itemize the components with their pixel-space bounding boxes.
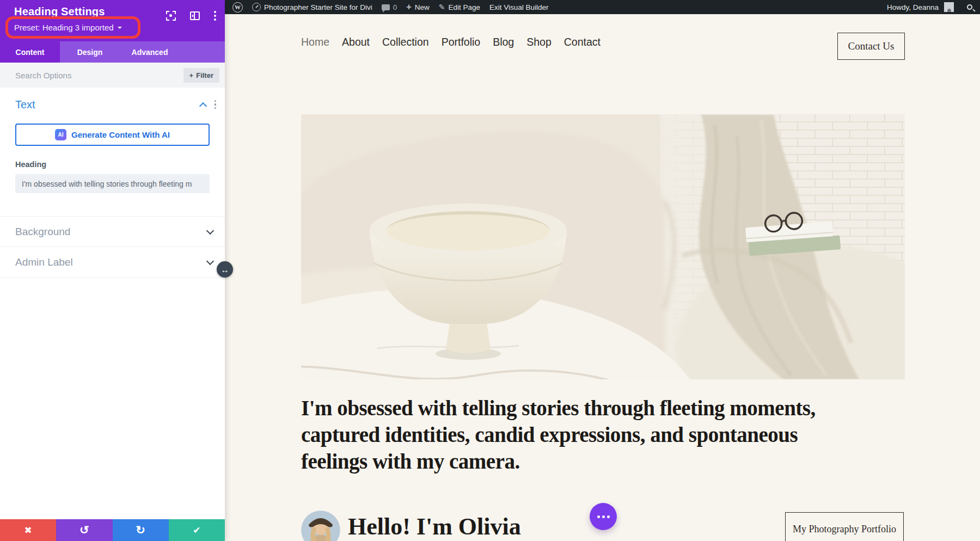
discard-button[interactable]: ✖: [0, 519, 56, 541]
site-menu-item[interactable]: Photographer Starter Site for Divi: [252, 3, 372, 11]
preview-heading[interactable]: I'm obsessed with telling stories throug…: [301, 395, 916, 475]
comments-count: 0: [393, 3, 397, 11]
pencil-icon: ✎: [439, 3, 445, 11]
ai-badge-icon: AI: [55, 129, 66, 140]
contact-us-button[interactable]: Contact Us: [837, 33, 905, 60]
site-nav: Home About Collection Portfolio Blog Sho…: [301, 36, 601, 48]
panel-footer: ✖ ↺ ↻ ✔: [0, 519, 225, 541]
hero-image: [301, 114, 905, 379]
howdy-label: Howdy, Deanna: [887, 3, 939, 11]
close-icon: ✖: [24, 525, 32, 536]
redo-button[interactable]: ↻: [113, 519, 169, 541]
divi-visual-builder: W Photographer Starter Site for Divi 0 +…: [0, 0, 980, 541]
heading-settings-panel: Heading Settings Preset: Heading 3 impor…: [0, 0, 225, 541]
new-menu-item[interactable]: + New: [406, 3, 429, 11]
exit-visual-builder-item[interactable]: Exit Visual Builder: [489, 3, 549, 11]
howdy-menu-item[interactable]: Howdy, Deanna: [887, 3, 939, 11]
chevron-up-icon[interactable]: [199, 102, 206, 109]
chevron-down-icon: [206, 226, 214, 234]
chevron-down-icon: [206, 257, 214, 265]
tab-design[interactable]: Design: [60, 41, 120, 63]
background-section-toggle[interactable]: Background: [0, 216, 225, 247]
horizontal-arrow-icon: ↔: [221, 265, 229, 274]
comment-bubble-icon: [382, 4, 390, 10]
new-label: New: [415, 3, 430, 11]
olivia-avatar: [301, 511, 340, 541]
search-options-input[interactable]: [15, 71, 179, 80]
nav-item-collection[interactable]: Collection: [382, 36, 429, 48]
site-preview: Home About Collection Portfolio Blog Sho…: [225, 14, 980, 541]
nav-item-portfolio[interactable]: Portfolio: [442, 36, 481, 48]
admin-label-section-toggle[interactable]: Admin Label: [0, 247, 225, 277]
panel-layout-icon[interactable]: [190, 11, 200, 20]
generate-content-ai-button[interactable]: AI Generate Content With AI: [15, 124, 210, 146]
intro-heading[interactable]: Hello! I'm Olivia: [348, 513, 521, 540]
preset-label: Preset: Heading 3 imported: [14, 23, 114, 32]
site-name: Photographer Starter Site for Divi: [264, 3, 372, 11]
text-section-menu-icon[interactable]: [215, 100, 217, 109]
focus-module-icon[interactable]: [166, 11, 176, 21]
caret-down-icon: [118, 27, 122, 31]
panel-body: Text AI Generate Content With AI Heading…: [0, 88, 225, 519]
wordpress-logo-icon[interactable]: W: [232, 2, 243, 13]
background-section-title: Background: [15, 226, 70, 238]
nav-item-shop[interactable]: Shop: [526, 36, 552, 48]
check-icon: ✔: [193, 525, 200, 536]
redo-icon: ↻: [136, 524, 145, 537]
tab-advanced[interactable]: Advanced: [120, 41, 180, 63]
dashboard-icon: [252, 3, 261, 11]
undo-icon: ↺: [79, 524, 89, 537]
text-section-title[interactable]: Text: [15, 99, 35, 111]
module-options-button[interactable]: [590, 503, 617, 530]
tab-content[interactable]: Content: [0, 41, 60, 63]
portfolio-button[interactable]: My Photography Portfolio: [785, 512, 904, 541]
exit-visual-builder-label: Exit Visual Builder: [489, 3, 549, 11]
filter-label: Filter: [196, 71, 213, 79]
panel-menu-icon[interactable]: [214, 11, 216, 21]
ai-button-label: Generate Content With AI: [71, 130, 170, 139]
edit-page-label: Edit Page: [448, 3, 480, 11]
heading-field-input[interactable]: [15, 174, 210, 193]
filter-button[interactable]: + Filter: [183, 68, 219, 83]
save-button[interactable]: ✔: [169, 519, 225, 541]
admin-label-section-title: Admin Label: [15, 256, 73, 268]
preset-dropdown[interactable]: Preset: Heading 3 imported: [14, 23, 225, 32]
comments-menu-item[interactable]: 0: [382, 3, 397, 11]
nav-item-contact[interactable]: Contact: [564, 36, 601, 48]
search-icon[interactable]: [967, 4, 972, 10]
panel-tabs: Content Design Advanced: [0, 41, 225, 63]
nav-item-blog[interactable]: Blog: [493, 36, 514, 48]
dot-icon: [597, 515, 600, 518]
panel-resize-handle[interactable]: ↔: [217, 261, 233, 278]
edit-page-menu-item[interactable]: ✎ Edit Page: [439, 3, 480, 11]
nav-item-home[interactable]: Home: [301, 36, 329, 48]
heading-field-label: Heading: [15, 160, 210, 169]
plus-icon: +: [189, 71, 194, 79]
undo-button[interactable]: ↺: [56, 519, 112, 541]
options-search-bar: + Filter: [0, 63, 225, 88]
plus-icon: +: [406, 3, 411, 11]
wp-admin-bar: W Photographer Starter Site for Divi 0 +…: [225, 0, 980, 14]
user-avatar[interactable]: [944, 2, 954, 12]
panel-header: Heading Settings Preset: Heading 3 impor…: [0, 0, 225, 41]
nav-item-about[interactable]: About: [342, 36, 370, 48]
